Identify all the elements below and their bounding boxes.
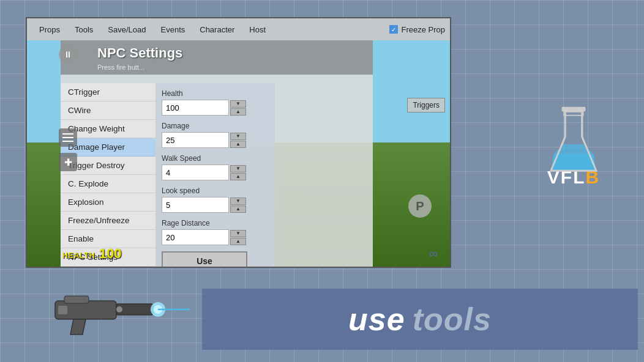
menu-character[interactable]: Character [192, 23, 242, 37]
health-down-arrow[interactable]: ▼ [230, 100, 246, 108]
field-group-lookspeed: Look speed ▼ ▲ [162, 187, 269, 213]
lookspeed-arrows: ▼ ▲ [230, 198, 246, 213]
walkspeed-row: ▼ ▲ [162, 164, 269, 180]
settings-panel: Health ▼ ▲ Damage ▼ ▲ [155, 83, 275, 268]
tools-text: tools [413, 301, 492, 338]
damage-input[interactable] [162, 132, 229, 148]
health-bar-value: 100 [99, 246, 122, 262]
health-label: Health [162, 89, 269, 98]
menu-tools[interactable]: Tools [67, 23, 100, 37]
field-group-walkspeed: Walk Speed ▼ ▲ [162, 154, 269, 180]
walkspeed-label: Walk Speed [162, 154, 269, 163]
health-up-arrow[interactable]: ▲ [230, 108, 246, 116]
lookspeed-up-arrow[interactable]: ▲ [230, 205, 246, 213]
npc-subtitle: Press fire butt... [61, 62, 373, 75]
damage-label: Damage [162, 122, 269, 130]
hamburger-menu[interactable] [59, 128, 77, 147]
menu-item-cwire[interactable]: CWire [61, 102, 155, 120]
use-text: use [348, 301, 405, 338]
menu-saveload[interactable]: Save/Load [100, 23, 153, 37]
hamburger-line-3 [62, 141, 73, 142]
pause-icon: ⏸ [64, 50, 72, 59]
checkmark-icon: ✓ [391, 26, 396, 33]
walkspeed-up-arrow[interactable]: ▲ [230, 173, 246, 180]
game-window: Props Tools Save/Load Events Character H… [26, 17, 451, 268]
npc-title: NPC Settings [61, 40, 373, 62]
lookspeed-input[interactable] [162, 197, 229, 213]
person-icon: ✚ [64, 157, 72, 168]
health-row: ▼ ▲ [162, 100, 269, 116]
infinity-sign: ∞ [429, 246, 438, 260]
ragedistance-input[interactable] [162, 229, 229, 245]
damage-arrows: ▼ ▲ [230, 133, 246, 148]
svg-rect-12 [58, 306, 67, 314]
freeze-prop-checkbox[interactable]: ✓ [389, 25, 398, 34]
svg-marker-10 [70, 319, 86, 334]
menu-item-freezeunfreeze[interactable]: Freeze/Unfreeze [61, 212, 155, 230]
field-group-health: Health ▼ ▲ [162, 89, 269, 116]
freeze-prop-container: ✓ Freeze Prop [389, 25, 445, 34]
damage-row: ▼ ▲ [162, 132, 269, 148]
menu-bar: Props Tools Save/Load Events Character H… [27, 18, 450, 40]
vflb-logo: VFLB [531, 86, 616, 208]
menu-item-ctrigger[interactable]: CTrigger [61, 83, 155, 102]
lookspeed-down-arrow[interactable]: ▼ [230, 198, 246, 205]
ragedistance-arrows: ▼ ▲ [230, 230, 246, 245]
walkspeed-down-arrow[interactable]: ▼ [230, 165, 246, 172]
menu-item-switchgravity[interactable]: Switch Gravity [61, 267, 155, 268]
person-button[interactable]: ✚ [59, 153, 77, 171]
menu-item-cexplode[interactable]: C. Explode [61, 175, 155, 193]
walkspeed-arrows: ▼ ▲ [230, 165, 246, 180]
svg-point-13 [116, 306, 122, 312]
damage-down-arrow[interactable]: ▼ [230, 133, 246, 140]
field-group-damage: Damage ▼ ▲ [162, 122, 269, 148]
hamburger-line-2 [62, 137, 73, 138]
tool-gun-svg [18, 283, 190, 344]
p-button[interactable]: P [408, 194, 432, 218]
npc-panel: NPC Settings Press fire butt... CTrigger… [61, 40, 373, 268]
menu-props[interactable]: Props [32, 23, 67, 37]
health-input[interactable] [162, 100, 229, 116]
health-bar-label: HEALTH [62, 251, 95, 260]
ragedistance-row: ▼ ▲ [162, 229, 269, 245]
health-bar: HEALTH 100 [62, 246, 122, 262]
triggers-button[interactable]: Triggers [407, 98, 445, 113]
ragedistance-down-arrow[interactable]: ▼ [230, 230, 246, 237]
health-arrows: ▼ ▲ [230, 100, 246, 116]
ragedistance-up-arrow[interactable]: ▲ [230, 238, 246, 245]
flask-svg [546, 106, 601, 179]
freeze-prop-label: Freeze Prop [401, 25, 445, 34]
svg-rect-5 [562, 107, 586, 111]
pause-button[interactable]: ⏸ [59, 45, 77, 64]
damage-up-arrow[interactable]: ▲ [230, 141, 246, 148]
ragedistance-label: Rage Distance [162, 219, 269, 227]
lookspeed-row: ▼ ▲ [162, 197, 269, 213]
svg-rect-11 [64, 296, 89, 303]
use-button[interactable]: Use [162, 251, 247, 268]
hamburger-line-1 [62, 133, 73, 135]
tool-gun-area [18, 283, 208, 353]
menu-list: CTrigger CWire Change Weight Damage Play… [61, 83, 155, 268]
menu-events[interactable]: Events [154, 23, 193, 37]
use-tools-banner: use tools [202, 289, 638, 350]
walkspeed-input[interactable] [162, 164, 229, 180]
menu-item-explosion[interactable]: Explosion [61, 193, 155, 212]
lookspeed-label: Look speed [162, 187, 269, 195]
menu-host[interactable]: Host [242, 23, 273, 37]
field-group-ragedistance: Rage Distance ▼ ▲ [162, 219, 269, 245]
